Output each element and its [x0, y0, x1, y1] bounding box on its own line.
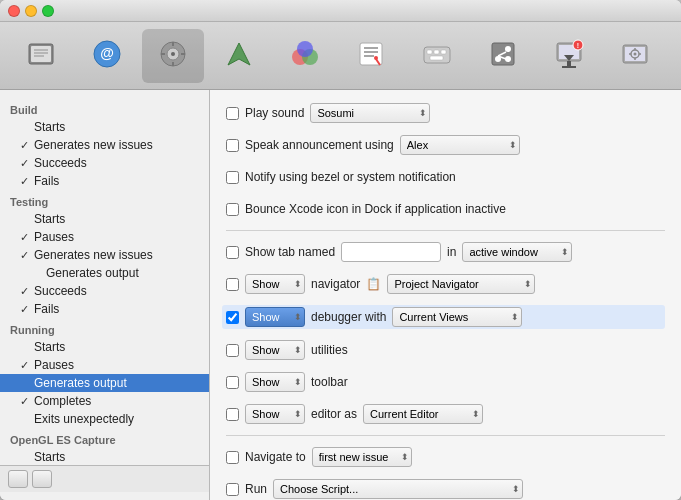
- general-icon: [25, 38, 57, 70]
- sidebar-item[interactable]: ✓Succeeds: [0, 154, 209, 172]
- checkbox-0[interactable]: [226, 107, 239, 120]
- sidebar-checkmark: ✓: [20, 359, 32, 372]
- toolbar-item-behaviors[interactable]: [142, 29, 204, 83]
- add-button[interactable]: [8, 470, 28, 488]
- svg-point-17: [297, 41, 313, 57]
- sidebar-item-label: Generates output: [34, 376, 127, 390]
- show-select-wrapper-7: ShowHide: [245, 307, 305, 327]
- show-hide-select-7[interactable]: ShowHide: [245, 307, 305, 327]
- sidebar-item[interactable]: ✓Fails: [0, 172, 209, 190]
- close-button[interactable]: [8, 5, 20, 17]
- maximize-button[interactable]: [42, 5, 54, 17]
- select-wrapper-0: SosumiBassoBlowBottleFrogFunkGlassHeroMo…: [310, 103, 430, 123]
- navigator-icon: 📋: [366, 277, 381, 291]
- sidebar-item[interactable]: ✓Completes: [0, 392, 209, 410]
- checkbox-10[interactable]: [226, 408, 239, 421]
- label-2: Notify using bezel or system notificatio…: [245, 170, 456, 184]
- locations-icon: [619, 38, 651, 70]
- toolbar-item-general[interactable]: [10, 29, 72, 83]
- sidebar-item[interactable]: Exits unexpectedly: [0, 410, 209, 428]
- show-hide-select-6[interactable]: ShowHide: [245, 274, 305, 294]
- checkbox-1[interactable]: [226, 139, 239, 152]
- label-1: Speak announcement using: [245, 138, 394, 152]
- svg-marker-14: [228, 43, 250, 65]
- select-1[interactable]: AlexFredSamanthaVictoria: [400, 135, 520, 155]
- toolbar-item-fonts-colors[interactable]: [274, 29, 336, 83]
- sidebar-item[interactable]: Generates output: [0, 264, 209, 282]
- sidebar-item[interactable]: Starts: [0, 210, 209, 228]
- checkbox-3[interactable]: [226, 203, 239, 216]
- svg-rect-27: [441, 50, 446, 54]
- toolbar-item-text-editing[interactable]: [340, 29, 402, 83]
- checkbox-6[interactable]: [226, 278, 239, 291]
- sidebar-item[interactable]: ✓Pauses: [0, 356, 209, 374]
- label-8: utilities: [311, 343, 348, 357]
- sidebar-item[interactable]: Starts: [0, 338, 209, 356]
- sidebar-item[interactable]: Starts: [0, 448, 209, 466]
- accounts-icon: @: [91, 38, 123, 70]
- sidebar-checkmark: ✓: [20, 175, 32, 188]
- checkbox-9[interactable]: [226, 376, 239, 389]
- show-hide-select-8[interactable]: ShowHide: [245, 340, 305, 360]
- sidebar-item[interactable]: Generates output: [0, 374, 209, 392]
- checkbox-5[interactable]: [226, 246, 239, 259]
- toolbar-item-downloads[interactable]: !: [538, 29, 600, 83]
- label-5: Show tab named: [245, 245, 335, 259]
- sidebar-item-label: Pauses: [34, 230, 74, 244]
- svg-rect-28: [430, 56, 443, 60]
- navigator-type-select[interactable]: Project NavigatorSource Control Navigato…: [387, 274, 535, 294]
- option-row-3: Bounce Xcode icon in Dock if application…: [226, 198, 665, 220]
- remove-button[interactable]: [32, 470, 52, 488]
- checkbox-12[interactable]: [226, 451, 239, 464]
- show-hide-select-9[interactable]: ShowHide: [245, 372, 305, 392]
- show-select-wrapper-8: ShowHide: [245, 340, 305, 360]
- label-13: Run: [245, 482, 267, 496]
- sidebar-item[interactable]: Starts: [0, 118, 209, 136]
- checkbox-7[interactable]: [226, 311, 239, 324]
- toolbar-item-key-bindings[interactable]: [406, 29, 468, 83]
- sidebar-item-label: Fails: [34, 174, 59, 188]
- option-row-6: ShowHidenavigator📋 Project NavigatorSour…: [226, 273, 665, 295]
- script-select-wrapper-13: Choose Script...: [273, 479, 523, 499]
- sidebar-item[interactable]: ✓Pauses: [0, 228, 209, 246]
- checkbox-2[interactable]: [226, 171, 239, 184]
- show-hide-select-10[interactable]: ShowHide: [245, 404, 305, 424]
- sidebar-item-label: Succeeds: [34, 156, 87, 170]
- select-0[interactable]: SosumiBassoBlowBottleFrogFunkGlassHeroMo…: [310, 103, 430, 123]
- navigate-to-select[interactable]: first new issuecurrent issue: [312, 447, 412, 467]
- sidebar-item-label: Succeeds: [34, 284, 87, 298]
- option-row-7: ShowHidedebugger withCurrent ViewsConsol…: [222, 305, 665, 329]
- script-select[interactable]: Choose Script...: [273, 479, 523, 499]
- toolbar-item-source-control[interactable]: [472, 29, 534, 83]
- toolbar-item-accounts[interactable]: @: [76, 29, 138, 83]
- minimize-button[interactable]: [25, 5, 37, 17]
- label-12: Navigate to: [245, 450, 306, 464]
- option-row-5: Show tab namedinactive windownew windows…: [226, 241, 665, 263]
- option-row-2: Notify using bezel or system notificatio…: [226, 166, 665, 188]
- tab-name-input[interactable]: [341, 242, 441, 262]
- sidebar-section-header-1: Testing: [0, 190, 209, 210]
- main-content: Build Starts✓Generates new issues✓Succee…: [0, 90, 681, 500]
- debugger-view-select[interactable]: Current ViewsConsole ViewVariables ViewN…: [392, 307, 522, 327]
- toolbar-item-locations[interactable]: [604, 29, 666, 83]
- behaviors-icon: [157, 38, 189, 70]
- label-0: Play sound: [245, 106, 304, 120]
- editor-type-select[interactable]: Current EditorStandard EditorAssistant E…: [363, 404, 483, 424]
- checkbox-8[interactable]: [226, 344, 239, 357]
- sidebar-section-header-3: OpenGL ES Capture: [0, 428, 209, 448]
- right-panel: Play soundSosumiBassoBlowBottleFrogFunkG…: [210, 90, 681, 500]
- toolbar-item-navigation[interactable]: [208, 29, 270, 83]
- active-window-select[interactable]: active windownew windowseparate tab: [462, 242, 572, 262]
- svg-rect-38: [567, 61, 571, 66]
- source-control-icon: [487, 38, 519, 70]
- sidebar-item[interactable]: ✓Fails: [0, 300, 209, 318]
- divider: [226, 230, 665, 231]
- checkbox-13[interactable]: [226, 483, 239, 496]
- label-7: debugger with: [311, 310, 386, 324]
- sidebar-item[interactable]: ✓Generates new issues: [0, 246, 209, 264]
- sidebar-item-label: Starts: [34, 340, 65, 354]
- sidebar-item[interactable]: ✓Generates new issues: [0, 136, 209, 154]
- sidebar-checkmark: ✓: [20, 157, 32, 170]
- sidebar-item[interactable]: ✓Succeeds: [0, 282, 209, 300]
- label-6: navigator: [311, 277, 360, 291]
